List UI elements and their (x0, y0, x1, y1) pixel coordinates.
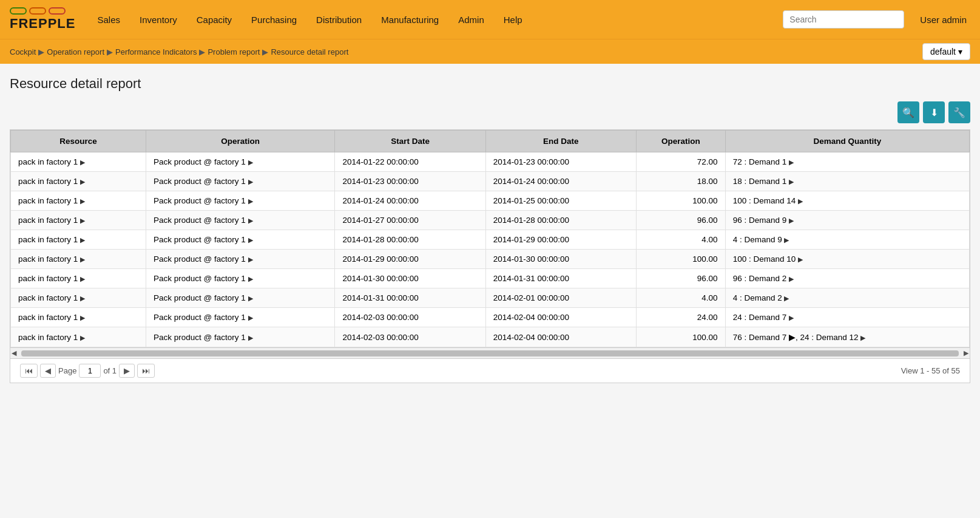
table-wrapper: Resource Operation Start Date End Date O… (10, 129, 970, 383)
breadcrumb-sep-3: ▶ (199, 47, 205, 56)
user-admin-link[interactable]: User admin (916, 12, 970, 27)
breadcrumb-cockpit[interactable]: Cockpit (10, 47, 36, 56)
pagination-controls: ⏮ ◀ Page of 1 ▶ ⏭ (20, 364, 155, 378)
table-row: pack in factory 1 ▶ Pack product @ facto… (11, 269, 970, 288)
nav-sales[interactable]: Sales (93, 12, 124, 27)
download-button[interactable]: ⬇ (923, 101, 945, 123)
nav-purchasing[interactable]: Purchasing (248, 12, 300, 27)
cell-op-qty: 4.00 (637, 288, 726, 308)
nav-capacity[interactable]: Capacity (193, 12, 235, 27)
cell-demand-qty: 100 : Demand 14 ▶ (725, 191, 969, 211)
page-prev-button[interactable]: ◀ (40, 364, 56, 378)
page-title: Resource detail report (10, 76, 970, 92)
demand-link[interactable]: ▶ (789, 314, 794, 321)
resource-link[interactable]: ▶ (80, 275, 85, 282)
cell-resource: pack in factory 1 ▶ (11, 327, 146, 347)
demand-link[interactable]: ▶ (798, 197, 803, 205)
cell-operation: Pack product @ factory 1 ▶ (146, 230, 335, 250)
breadcrumb-problem[interactable]: Problem report (208, 47, 260, 56)
cell-end-date: 2014-01-31 00:00:00 (485, 269, 636, 288)
nav-manufacturing[interactable]: Manufacturing (377, 12, 442, 27)
resource-link[interactable]: ▶ (80, 217, 85, 224)
operation-link[interactable]: ▶ (248, 295, 253, 302)
page-content: Resource detail report 🔍 ⬇ 🔧 Resource Op… (0, 64, 980, 395)
hscroll-left-arrow[interactable]: ◀ (12, 349, 16, 357)
operation-link[interactable]: ▶ (248, 275, 253, 282)
hscroll-right-arrow[interactable]: ▶ (964, 349, 968, 357)
resource-link[interactable]: ▶ (80, 236, 85, 244)
logo-shape-red (49, 7, 66, 15)
operation-link[interactable]: ▶ (248, 197, 253, 205)
table-row: pack in factory 1 ▶ Pack product @ facto… (11, 191, 970, 211)
demand-link[interactable]: ▶ (789, 217, 794, 224)
cell-operation: Pack product @ factory 1 ▶ (146, 191, 335, 211)
breadcrumb-operation-report[interactable]: Operation report (47, 47, 104, 56)
operation-link[interactable]: ▶ (248, 236, 253, 244)
demand-link[interactable]: ▶ (798, 256, 803, 263)
cell-op-qty: 18.00 (637, 172, 726, 191)
nav-distribution[interactable]: Distribution (313, 12, 365, 27)
nav-admin[interactable]: Admin (455, 12, 488, 27)
search-input[interactable] (783, 10, 904, 29)
nav-help[interactable]: Help (500, 12, 526, 27)
resource-link[interactable]: ▶ (80, 178, 85, 185)
col-start-date: Start Date (335, 131, 485, 152)
resource-link[interactable]: ▶ (80, 295, 85, 302)
cell-operation: Pack product @ factory 1 ▶ (146, 288, 335, 308)
cell-demand-qty: 4 : Demand 2 ▶ (725, 288, 969, 308)
operation-link[interactable]: ▶ (248, 334, 253, 341)
cell-operation: Pack product @ factory 1 ▶ (146, 152, 335, 172)
cell-resource: pack in factory 1 ▶ (11, 211, 146, 230)
breadcrumb-performance[interactable]: Performance Indicators (115, 47, 197, 56)
cell-demand-qty: 24 : Demand 7 ▶ (725, 308, 969, 327)
page-next-button[interactable]: ▶ (119, 364, 135, 378)
table-row: pack in factory 1 ▶ Pack product @ facto… (11, 211, 970, 230)
operation-link[interactable]: ▶ (248, 256, 253, 263)
demand-link[interactable]: ▶ (789, 158, 794, 166)
operation-link[interactable]: ▶ (248, 314, 253, 321)
col-operation: Operation (146, 131, 335, 152)
cell-op-qty: 96.00 (637, 211, 726, 230)
resource-link[interactable]: ▶ (80, 197, 85, 205)
operation-link[interactable]: ▶ (248, 178, 253, 185)
demand-link[interactable]: ▶ (784, 236, 789, 244)
cell-demand-qty: 18 : Demand 1 ▶ (725, 172, 969, 191)
cell-start-date: 2014-01-28 00:00:00 (335, 230, 485, 250)
settings-button[interactable]: 🔧 (948, 101, 970, 123)
table-container: Resource Operation Start Date End Date O… (10, 129, 970, 348)
operation-link[interactable]: ▶ (248, 217, 253, 224)
cell-start-date: 2014-01-24 00:00:00 (335, 191, 485, 211)
logo-text: FREPPLE (10, 16, 75, 32)
cell-end-date: 2014-02-04 00:00:00 (485, 327, 636, 347)
cell-resource: pack in factory 1 ▶ (11, 230, 146, 250)
scenario-button[interactable]: default ▾ (922, 43, 970, 60)
app-header: FREPPLE Sales Inventory Capacity Purchas… (0, 0, 980, 39)
page-number-input[interactable] (79, 364, 101, 378)
demand-link[interactable]: ▶ (784, 295, 789, 302)
breadcrumb-sep-2: ▶ (107, 47, 113, 56)
nav-inventory[interactable]: Inventory (136, 12, 181, 27)
table-row: pack in factory 1 ▶ Pack product @ facto… (11, 308, 970, 327)
cell-operation: Pack product @ factory 1 ▶ (146, 308, 335, 327)
demand-link[interactable]: ▶ (789, 178, 794, 185)
table-header-row: Resource Operation Start Date End Date O… (11, 131, 970, 152)
resource-link[interactable]: ▶ (80, 158, 85, 166)
operation-link[interactable]: ▶ (248, 158, 253, 166)
demand-link[interactable]: ▶ (789, 275, 794, 282)
cell-end-date: 2014-01-24 00:00:00 (485, 172, 636, 191)
page-first-button[interactable]: ⏮ (20, 364, 38, 378)
demand-link[interactable]: ▶ (860, 334, 865, 341)
cell-resource: pack in factory 1 ▶ (11, 269, 146, 288)
resource-link[interactable]: ▶ (80, 334, 85, 341)
pagination-bar: ⏮ ◀ Page of 1 ▶ ⏭ View 1 - 55 of 55 (10, 359, 970, 383)
hscroll-thumb[interactable] (21, 350, 959, 356)
cell-op-qty: 96.00 (637, 269, 726, 288)
resource-link[interactable]: ▶ (80, 256, 85, 263)
cell-demand-qty: 100 : Demand 10 ▶ (725, 250, 969, 269)
breadcrumb-bar: Cockpit ▶ Operation report ▶ Performance… (0, 39, 980, 64)
page-last-button[interactable]: ⏭ (137, 364, 155, 378)
search-button[interactable]: 🔍 (897, 101, 919, 123)
cell-resource: pack in factory 1 ▶ (11, 172, 146, 191)
cell-op-qty: 72.00 (637, 152, 726, 172)
resource-link[interactable]: ▶ (80, 314, 85, 321)
